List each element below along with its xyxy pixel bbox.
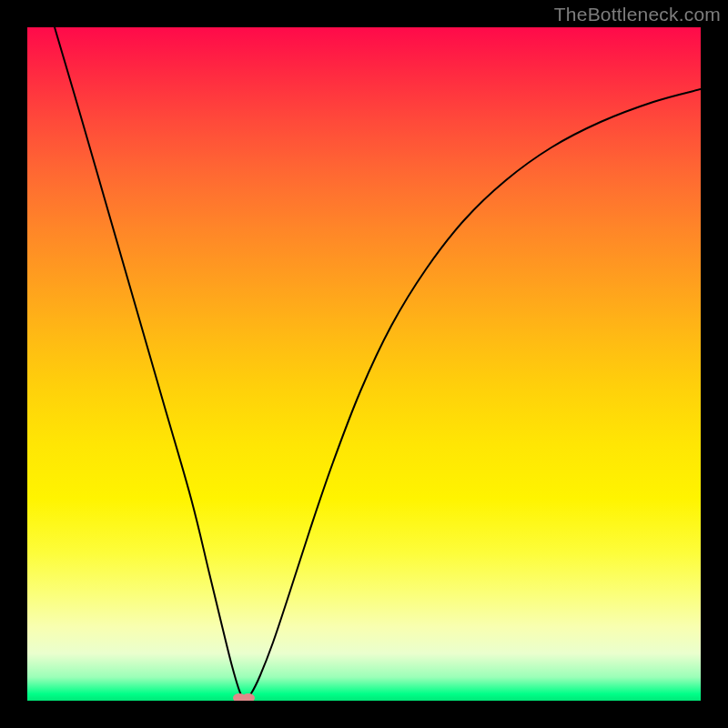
vertex-marker	[233, 693, 255, 701]
vertex-dot-1	[242, 693, 255, 701]
curve-right-branch	[244, 89, 701, 701]
plot-area	[27, 27, 701, 701]
curve-left-branch	[55, 27, 244, 701]
chart-frame: TheBottleneck.com	[0, 0, 728, 728]
watermark-text: TheBottleneck.com	[554, 4, 721, 25]
bottleneck-curve	[55, 27, 701, 701]
curve-layer	[27, 27, 701, 701]
